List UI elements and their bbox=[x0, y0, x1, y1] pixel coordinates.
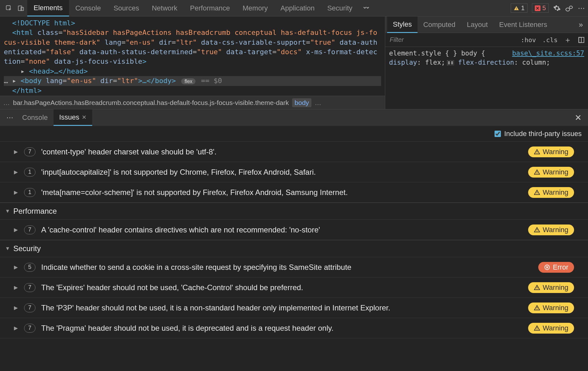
more-tabs-chevron-icon[interactable] bbox=[361, 3, 372, 14]
issue-text: 'meta[name=color-scheme]' is not support… bbox=[41, 188, 522, 197]
flex-badge[interactable]: flex bbox=[181, 78, 195, 84]
disclosure-triangle-icon: ▶ bbox=[14, 169, 18, 175]
issue-text: The 'P3P' header should not be used, it … bbox=[41, 303, 522, 312]
warning-triangle-icon bbox=[534, 169, 540, 175]
issue-count-pill: 5 bbox=[24, 263, 35, 272]
errors-count-badge[interactable]: ✕ 5 bbox=[532, 3, 549, 13]
issue-row[interactable]: ▶7The 'Pragma' header should not be used… bbox=[0, 318, 588, 338]
main-tab-network[interactable]: Network bbox=[145, 0, 184, 16]
disclosure-triangle-icon: ▶ bbox=[14, 305, 18, 311]
head-node[interactable]: <head>…</head> bbox=[29, 67, 87, 75]
svg-rect-20 bbox=[537, 307, 537, 308]
cls-toggle[interactable]: .cls bbox=[539, 36, 561, 44]
issue-count-pill: 7 bbox=[24, 147, 35, 156]
svg-rect-4 bbox=[516, 9, 517, 10]
warning-triangle-icon bbox=[534, 325, 540, 331]
disclosure-triangle-icon: ▶ bbox=[14, 189, 18, 195]
styles-filter-row: :hov .cls ＋ bbox=[385, 33, 588, 47]
styles-tab-computed[interactable]: Computed bbox=[418, 16, 461, 33]
issue-category[interactable]: ▼Performance bbox=[0, 203, 588, 220]
eq-dollar-zero: == $0 bbox=[201, 77, 222, 85]
category-label: Performance bbox=[13, 207, 57, 216]
crumb-ellipsis-left[interactable]: … bbox=[3, 99, 10, 107]
issue-category[interactable]: ▼Security bbox=[0, 240, 588, 257]
disclosure-triangle-icon: ▶ bbox=[14, 284, 18, 290]
crumb-ellipsis-right[interactable]: … bbox=[315, 99, 321, 107]
crumb-html[interactable]: bar.hasPageActions.hasBreadcrumb.concept… bbox=[13, 99, 289, 107]
drawer-tab-issues[interactable]: Issues✕ bbox=[54, 109, 93, 126]
styles-sidebar: StylesComputedLayoutEvent Listeners » :h… bbox=[385, 16, 588, 109]
svg-rect-12 bbox=[537, 173, 537, 174]
hov-toggle[interactable]: :hov bbox=[518, 36, 539, 44]
severity-badge: Warning bbox=[528, 187, 574, 198]
issue-row[interactable]: ▶7The 'P3P' header should not be used, i… bbox=[0, 298, 588, 318]
disclosure-triangle-icon: ▶ bbox=[14, 149, 18, 155]
issue-count-pill: 7 bbox=[24, 324, 35, 333]
include-third-party-checkbox[interactable] bbox=[495, 131, 501, 137]
warning-triangle-icon bbox=[534, 284, 540, 291]
new-style-rule-icon[interactable]: ＋ bbox=[561, 35, 575, 45]
main-tab-sources[interactable]: Sources bbox=[107, 0, 145, 16]
svg-rect-10 bbox=[537, 153, 537, 153]
styles-filter-input[interactable] bbox=[385, 36, 518, 43]
svg-rect-8 bbox=[579, 37, 581, 42]
issue-text: The 'Pragma' header should not be used, … bbox=[41, 324, 522, 333]
main-tab-console[interactable]: Console bbox=[69, 0, 107, 16]
doctype: <!DOCTYPE html> bbox=[12, 19, 75, 27]
issue-row[interactable]: ▶5Indicate whether to send a cookie in a… bbox=[0, 257, 588, 277]
main-tab-performance[interactable]: Performance bbox=[184, 0, 236, 16]
styles-more-tabs-icon[interactable]: » bbox=[576, 20, 586, 29]
warnings-count-badge[interactable]: 1 bbox=[511, 3, 527, 13]
issue-row[interactable]: ▶7'content-type' header charset value sh… bbox=[0, 142, 588, 162]
main-tab-memory[interactable]: Memory bbox=[236, 0, 274, 16]
svg-rect-3 bbox=[516, 7, 517, 9]
close-tab-icon[interactable]: ✕ bbox=[82, 114, 86, 121]
main-tab-security[interactable]: Security bbox=[321, 0, 359, 16]
category-label: Security bbox=[13, 244, 41, 253]
body-node[interactable]: <body bbox=[21, 77, 46, 85]
source-link[interactable]: base\_site.scss:57 bbox=[512, 49, 584, 58]
device-toolbar-icon[interactable] bbox=[15, 3, 27, 14]
breadcrumb[interactable]: … bar.hasPageActions.hasBreadcrumb.conce… bbox=[0, 96, 385, 109]
dom-tree[interactable]: <!DOCTYPE html> <html class="hasSidebar … bbox=[0, 16, 385, 96]
main-tab-application[interactable]: Application bbox=[274, 0, 321, 16]
inspect-element-icon[interactable] bbox=[3, 3, 15, 14]
svg-rect-21 bbox=[537, 309, 537, 309]
severity-badge: Warning bbox=[528, 167, 574, 178]
computed-styles-toggle-icon[interactable] bbox=[575, 36, 588, 43]
warnings-count: 1 bbox=[521, 4, 525, 12]
drawer: ⋯ Console Issues✕ ✕ Include third-party … bbox=[0, 109, 588, 371]
svg-rect-14 bbox=[537, 193, 537, 194]
warning-triangle-icon bbox=[534, 305, 540, 311]
issue-row[interactable]: ▶1'input[autocapitalize]' is not support… bbox=[0, 162, 588, 182]
errors-count: 5 bbox=[542, 4, 546, 12]
issue-row[interactable]: ▶7The 'Expires' header should not be use… bbox=[0, 277, 588, 298]
severity-badge: Warning bbox=[528, 146, 574, 157]
issue-row[interactable]: ▶7A 'cache-control' header contains dire… bbox=[0, 220, 588, 240]
styles-rules[interactable]: element.style { } body {base\_site.scss:… bbox=[385, 47, 588, 109]
styles-tab-styles[interactable]: Styles bbox=[387, 16, 418, 33]
disclosure-triangle-icon: ▼ bbox=[5, 246, 10, 251]
flex-editor-icon[interactable] bbox=[447, 60, 454, 65]
issues-list[interactable]: ▶7'content-type' header charset value sh… bbox=[0, 142, 588, 371]
svg-rect-19 bbox=[537, 289, 537, 289]
severity-badge: Warning bbox=[528, 282, 574, 293]
styles-tab-layout[interactable]: Layout bbox=[461, 16, 493, 33]
drawer-menu-icon[interactable]: ⋯ bbox=[3, 114, 16, 122]
svg-rect-23 bbox=[537, 329, 537, 330]
issue-text: Indicate whether to send a cookie in a c… bbox=[41, 263, 533, 272]
settings-gear-icon[interactable] bbox=[553, 4, 561, 12]
svg-rect-1 bbox=[18, 6, 22, 10]
drawer-tab-console[interactable]: Console bbox=[16, 109, 54, 126]
svg-rect-9 bbox=[537, 151, 537, 152]
main-tab-elements[interactable]: Elements bbox=[27, 0, 69, 16]
close-drawer-icon[interactable]: ✕ bbox=[572, 113, 585, 123]
dock-side-icon[interactable] bbox=[565, 5, 573, 12]
warning-triangle-icon bbox=[534, 149, 540, 155]
styles-tab-event-listeners[interactable]: Event Listeners bbox=[494, 16, 553, 33]
crumb-body[interactable]: body bbox=[292, 98, 312, 107]
kebab-menu-icon[interactable]: ⋯ bbox=[578, 4, 585, 12]
severity-badge: Warning bbox=[528, 225, 574, 235]
issue-row[interactable]: ▶1'meta[name=color-scheme]' is not suppo… bbox=[0, 182, 588, 203]
disclosure-triangle-icon: ▶ bbox=[14, 325, 18, 331]
